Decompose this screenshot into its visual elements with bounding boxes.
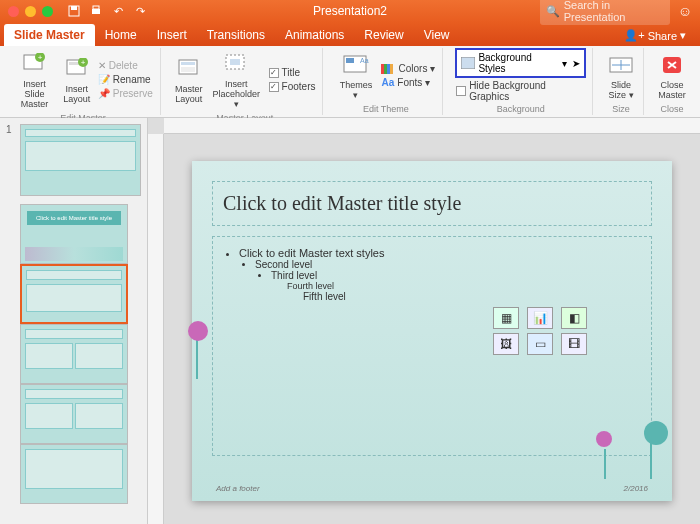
slide-stage[interactable]: Click to edit Master title style Click t… bbox=[164, 134, 700, 524]
thumb-title-text: Click to edit Master title style bbox=[27, 211, 121, 225]
tab-transitions[interactable]: Transitions bbox=[197, 24, 275, 46]
title-placeholder[interactable]: Click to edit Master title style bbox=[212, 181, 652, 226]
rename-button[interactable]: 📝Rename bbox=[97, 73, 154, 86]
fonts-icon: Aa bbox=[381, 77, 394, 88]
video-icon[interactable]: 🎞 bbox=[561, 333, 587, 355]
delete-icon: ✕ bbox=[98, 60, 106, 71]
tab-insert[interactable]: Insert bbox=[147, 24, 197, 46]
checkbox-checked-icon: ✓ bbox=[269, 82, 279, 92]
insert-placeholder-button[interactable]: Insert Placeholder ▾ bbox=[209, 48, 264, 112]
checkbox-checked-icon: ✓ bbox=[269, 68, 279, 78]
group-master-layout: Master Layout Insert Placeholder ▾ ✓Titl… bbox=[167, 48, 324, 115]
insert-placeholder-label: Insert Placeholder ▾ bbox=[211, 80, 262, 110]
svg-rect-20 bbox=[384, 64, 387, 74]
content-placeholder[interactable]: Click to edit Master text styles Second … bbox=[212, 236, 652, 456]
print-icon[interactable] bbox=[89, 4, 103, 18]
footers-checkbox[interactable]: ✓Footers bbox=[268, 80, 317, 93]
group-label: Size bbox=[612, 103, 630, 115]
tab-animations[interactable]: Animations bbox=[275, 24, 354, 46]
svg-rect-13 bbox=[181, 67, 195, 72]
delete-label: Delete bbox=[109, 60, 138, 71]
bullet-l3: Third level bbox=[271, 270, 641, 281]
group-background: Background Styles ▾➤ Hide Background Gra… bbox=[449, 48, 593, 115]
insert-slide-master-label: Insert Slide Master bbox=[14, 80, 55, 110]
group-size: Slide Size ▾ Size bbox=[599, 48, 644, 115]
close-window-icon[interactable] bbox=[8, 6, 19, 17]
insert-layout-label: Insert Layout bbox=[63, 85, 90, 105]
horizontal-ruler[interactable] bbox=[164, 118, 700, 134]
svg-rect-21 bbox=[387, 64, 390, 74]
svg-rect-12 bbox=[181, 62, 195, 65]
group-label: Close bbox=[660, 103, 683, 115]
preserve-label: Preserve bbox=[113, 88, 153, 99]
slide[interactable]: Click to edit Master title style Click t… bbox=[192, 161, 672, 501]
master-layout-button[interactable]: Master Layout bbox=[173, 53, 205, 107]
insert-slide-master-button[interactable]: + Insert Slide Master bbox=[12, 48, 57, 112]
close-icon bbox=[658, 51, 686, 79]
tab-view[interactable]: View bbox=[414, 24, 460, 46]
preserve-button[interactable]: 📌Preserve bbox=[97, 87, 154, 100]
svg-rect-19 bbox=[381, 64, 384, 74]
layout-thumbnail[interactable]: Click to edit Master title style bbox=[20, 204, 128, 264]
group-label: Background bbox=[497, 103, 545, 115]
redo-icon[interactable]: ↷ bbox=[133, 4, 147, 18]
thumb-number: 1 bbox=[6, 124, 16, 196]
share-button[interactable]: 👤+Share▾ bbox=[614, 25, 696, 46]
layout-thumbnail[interactable] bbox=[20, 324, 128, 384]
master-layout-label: Master Layout bbox=[175, 85, 203, 105]
layout-thumbnail[interactable] bbox=[20, 384, 128, 444]
tab-slide-master[interactable]: Slide Master bbox=[4, 24, 95, 46]
chevron-down-icon: ▾ bbox=[680, 29, 686, 42]
slide-size-button[interactable]: Slide Size ▾ bbox=[605, 49, 637, 103]
svg-rect-15 bbox=[230, 59, 240, 65]
search-placeholder: Search in Presentation bbox=[564, 0, 664, 23]
svg-rect-2 bbox=[92, 9, 100, 14]
layout-thumbnail[interactable] bbox=[20, 444, 128, 504]
group-label: Edit Theme bbox=[363, 103, 409, 115]
title-checkbox[interactable]: ✓Title bbox=[268, 66, 317, 79]
fonts-button[interactable]: AaFonts ▾ bbox=[380, 76, 436, 89]
canvas-area: Click to edit Master title style Click t… bbox=[148, 118, 700, 524]
minimize-window-icon[interactable] bbox=[25, 6, 36, 17]
title-chk-label: Title bbox=[282, 67, 301, 78]
close-master-button[interactable]: Close Master bbox=[656, 49, 688, 103]
vertical-ruler[interactable] bbox=[148, 134, 164, 524]
maximize-window-icon[interactable] bbox=[42, 6, 53, 17]
colors-label: Colors bbox=[398, 63, 427, 74]
layout-thumbnail-selected[interactable] bbox=[20, 264, 128, 324]
slide-size-icon bbox=[607, 51, 635, 79]
group-edit-theme: Aa Themes ▾ Colors ▾ AaFonts ▾ Edit Them… bbox=[329, 48, 443, 115]
share-label: Share bbox=[648, 30, 677, 42]
preserve-icon: 📌 bbox=[98, 88, 110, 99]
rename-label: Rename bbox=[113, 74, 151, 85]
thumbnail-panel[interactable]: 1 Click to edit Master title style bbox=[0, 118, 148, 524]
checkbox-icon bbox=[456, 86, 466, 96]
tab-review[interactable]: Review bbox=[354, 24, 413, 46]
smartart-icon[interactable]: ◧ bbox=[561, 307, 587, 329]
insert-layout-button[interactable]: + Insert Layout bbox=[61, 53, 93, 107]
themes-button[interactable]: Aa Themes ▾ bbox=[335, 49, 376, 103]
master-layout-icon bbox=[175, 55, 203, 83]
help-icon[interactable]: ☺ bbox=[678, 3, 692, 19]
tab-home[interactable]: Home bbox=[95, 24, 147, 46]
footer-date[interactable]: 2/2016 bbox=[624, 484, 648, 493]
close-master-label: Close Master bbox=[658, 81, 686, 101]
picture-icon[interactable]: 🖼 bbox=[493, 333, 519, 355]
chart-icon[interactable]: 📊 bbox=[527, 307, 553, 329]
flower-decoration-icon bbox=[592, 431, 632, 491]
background-styles-button[interactable]: Background Styles ▾➤ bbox=[455, 48, 586, 78]
delete-button[interactable]: ✕Delete bbox=[97, 59, 154, 72]
hide-bg-checkbox[interactable]: Hide Background Graphics bbox=[455, 79, 586, 103]
table-icon[interactable]: ▦ bbox=[493, 307, 519, 329]
online-picture-icon[interactable]: ▭ bbox=[527, 333, 553, 355]
footer-left[interactable]: Add a footer bbox=[216, 484, 260, 493]
save-icon[interactable] bbox=[67, 4, 81, 18]
group-close: Close Master Close bbox=[650, 48, 694, 115]
master-thumbnail[interactable] bbox=[20, 124, 141, 196]
share-icon: 👤+ bbox=[624, 29, 644, 42]
footer-placeholders: Add a footer 2/2016 bbox=[216, 484, 648, 493]
svg-rect-23 bbox=[461, 57, 475, 69]
undo-icon[interactable]: ↶ bbox=[111, 4, 125, 18]
colors-button[interactable]: Colors ▾ bbox=[380, 62, 436, 75]
search-input[interactable]: 🔍 Search in Presentation bbox=[540, 0, 670, 25]
